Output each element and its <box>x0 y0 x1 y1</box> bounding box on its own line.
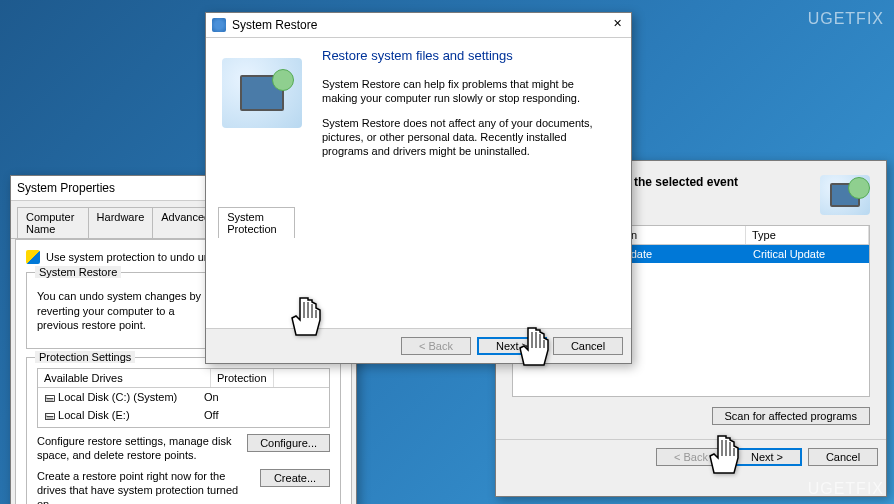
restore-illustration <box>222 58 302 128</box>
tab-system-protection[interactable]: System Protection <box>218 207 295 238</box>
watermark: UGETFIX <box>808 480 884 498</box>
table-row[interactable]: 🖴 Local Disk (C:) (System)On <box>38 388 329 406</box>
cancel-button[interactable]: Cancel <box>553 337 623 355</box>
wizard-heading: Restore system files and settings <box>322 48 611 63</box>
shield-icon <box>26 250 40 264</box>
col-type[interactable]: Type <box>746 226 869 244</box>
back-button: < Back <box>656 448 726 466</box>
wizard-text-2: System Restore does not affect any of yo… <box>322 116 611 159</box>
watermark: UGETFIX <box>808 10 884 28</box>
table-row[interactable]: 🖴 Local Disk (E:)Off <box>38 406 329 424</box>
protection-settings-group: Protection Settings Available Drives Pro… <box>26 357 341 504</box>
window-title: System Restore <box>232 18 609 32</box>
restore-icon <box>212 18 226 32</box>
create-button[interactable]: Create... <box>260 469 330 487</box>
cancel-button[interactable]: Cancel <box>808 448 878 466</box>
titlebar: System Restore ✕ <box>206 13 631 38</box>
close-icon[interactable]: ✕ <box>609 17 625 33</box>
next-button[interactable]: Next > <box>732 448 802 466</box>
back-button: < Back <box>401 337 471 355</box>
wizard-text-1: System Restore can help fix problems tha… <box>322 77 611 106</box>
scan-affected-button[interactable]: Scan for affected programs <box>712 407 870 425</box>
drives-table[interactable]: Available Drives Protection 🖴 Local Disk… <box>37 368 330 428</box>
system-restore-wizard: System Restore ✕ Restore system files an… <box>205 12 632 364</box>
next-button[interactable]: Next > <box>477 337 547 355</box>
configure-button[interactable]: Configure... <box>247 434 330 452</box>
tab-computer-name[interactable]: Computer Name <box>17 207 89 238</box>
tab-hardware[interactable]: Hardware <box>88 207 154 238</box>
